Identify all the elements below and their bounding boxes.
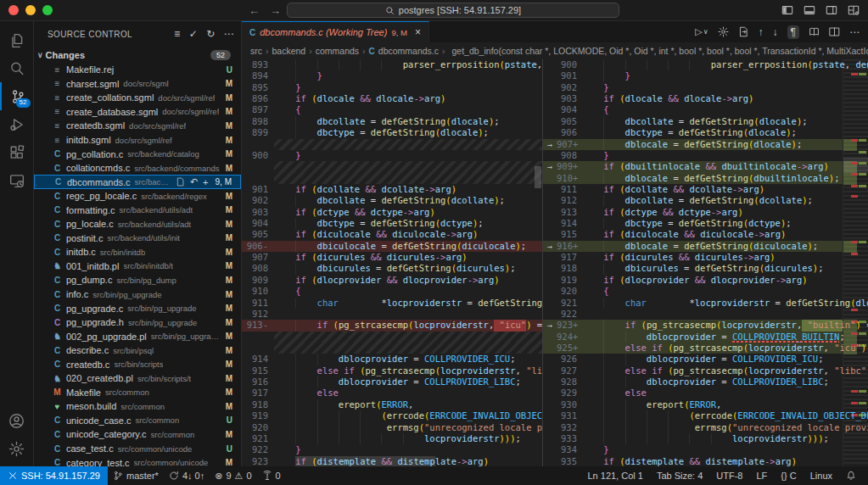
breadcrumb-backend[interactable]: backend: [272, 46, 306, 56]
code-line[interactable]: 919 if (dlocprovider && dlocprovider->ar…: [543, 275, 868, 286]
code-line[interactable]: 908 }: [543, 150, 868, 161]
code-line[interactable]: 930 ereport(ERROR,: [543, 399, 868, 410]
tab-size[interactable]: Tab Size: 4: [652, 466, 708, 485]
code-line[interactable]: 915 else if (pg_strcasecmp(locproviderst…: [242, 365, 542, 376]
code-line[interactable]: 895 }: [242, 82, 542, 93]
code-line[interactable]: 927 else if (pg_strcasecmp(locproviderst…: [543, 365, 868, 376]
code-line[interactable]: →907+ dblocale = defGetString(dlocale);: [543, 139, 868, 150]
eol-indicator[interactable]: LF: [752, 466, 773, 485]
file-row[interactable]: ≡charset.sgmldoc/src/sgmlM: [34, 77, 241, 92]
command-center[interactable]: postgres [SSH: 54.91.157.29]: [287, 3, 619, 18]
code-line[interactable]: 919 (errcode(ERRCODE_INVALID_OBJECT_DEFI…: [242, 410, 542, 421]
code-line[interactable]: 921 locproviderstr)));: [242, 433, 542, 444]
file-row[interactable]: ≡Makefile.rejU: [34, 63, 241, 77]
revert-change-arrow-icon[interactable]: →: [543, 139, 557, 150]
close-window-button[interactable]: [8, 5, 19, 15]
code-line[interactable]: 894 }: [242, 70, 542, 81]
diff-original-pane[interactable]: 893 parser_errposition(pstate, dencod894…: [242, 59, 543, 466]
code-line[interactable]: 903 if (dlocale && dlocale->arg): [543, 93, 868, 104]
code-line[interactable]: 932 errmsg("unrecognized locale provider…: [543, 422, 868, 433]
code-line[interactable]: 903 if (dctype && dctype->arg): [242, 207, 542, 218]
activity-explorer[interactable]: [0, 26, 34, 54]
file-row[interactable]: Cpg_upgrade.csrc/bin/pg_upgradeM: [34, 301, 241, 315]
branch-indicator[interactable]: master*: [108, 466, 164, 485]
os-indicator[interactable]: Linux: [805, 466, 837, 485]
sync-indicator[interactable]: 4↓ 0↑: [164, 466, 210, 485]
file-row[interactable]: MMakefilesrc/commonM: [34, 386, 241, 400]
toggle-secondary-sidebar-icon[interactable]: [826, 4, 837, 16]
file-row[interactable]: Cinitdb.csrc/bin/initdbM: [34, 245, 241, 259]
revert-change-arrow-icon[interactable]: →: [543, 241, 557, 252]
remote-indicator[interactable]: SSH: 54.91.157.29: [0, 466, 108, 485]
file-row[interactable]: Cpg_collation.csrc/backend/catalogM: [34, 147, 241, 161]
toggle-panel-icon[interactable]: [804, 4, 815, 16]
activity-run-debug[interactable]: [0, 110, 34, 138]
code-line[interactable]: 926 dblocprovider = COLLPROVIDER_ICU;: [543, 354, 868, 365]
minimap[interactable]: [843, 59, 868, 466]
code-line[interactable]: 918 dbicurules = defGetString(dicurules)…: [543, 263, 868, 274]
notifications-bell[interactable]: [841, 466, 861, 485]
discard-changes-icon[interactable]: ↶: [190, 176, 198, 187]
changes-section-header[interactable]: ∨ Changes 52: [34, 47, 241, 63]
ports-indicator[interactable]: 0: [257, 466, 286, 485]
code-line[interactable]: 917 if (dicurules && dicurules->arg): [543, 252, 868, 263]
code-line[interactable]: 902 }: [543, 82, 868, 93]
code-line[interactable]: 898 dbcollate = defGetString(dlocale);: [242, 116, 542, 127]
file-row[interactable]: ♞001_initdb.plsrc/bin/initdb/tM: [34, 259, 241, 274]
code-line[interactable]: 896 if (dlocale && dlocale->arg): [242, 93, 542, 104]
code-line[interactable]: 906 dbctype = defGetString(dlocale);: [543, 127, 868, 138]
toggle-sidebar-icon[interactable]: [781, 4, 793, 16]
code-line[interactable]: 923 if (distemplate && distemplate->arg): [242, 456, 542, 466]
activity-remote-explorer[interactable]: [0, 166, 34, 194]
refresh-icon[interactable]: ↻: [206, 28, 215, 40]
code-line[interactable]: 934 }: [543, 444, 868, 455]
next-change-button[interactable]: ↓: [773, 26, 778, 38]
code-line[interactable]: 902 dbcollate = defGetString(dcollate);: [242, 195, 542, 206]
code-line[interactable]: 899 dbctype = defGetString(dlocale);: [242, 127, 542, 138]
language-mode[interactable]: {} C: [776, 466, 801, 485]
close-icon[interactable]: ×: [415, 26, 421, 38]
code-line[interactable]: 916 dblocprovider = COLLPROVIDER_LIBC;: [242, 376, 542, 387]
file-row[interactable]: Ccategory_test.csrc/common/unicodeM: [34, 455, 241, 466]
code-line[interactable]: 897 {: [242, 104, 542, 115]
view-as-list-icon[interactable]: ≡: [174, 28, 180, 40]
code-line[interactable]: 901 if (dcollate && dcollate->arg): [242, 184, 542, 195]
code-line[interactable]: 909 if (dlocprovider && dlocprovider->ar…: [242, 275, 542, 286]
open-preview-button[interactable]: [809, 26, 820, 37]
revert-change-arrow-icon[interactable]: →: [543, 320, 557, 331]
history-back-button[interactable]: ←: [249, 4, 260, 17]
breadcrumb-commands[interactable]: commands: [316, 46, 359, 56]
file-row[interactable]: Ccollationcmds.csrc/backend/commandsM: [34, 161, 241, 176]
code-line[interactable]: 908 dbicurules = defGetString(dicurules)…: [242, 263, 542, 274]
code-line[interactable]: 924+ dblocprovider = COLLPROVIDER_BUILTI…: [543, 332, 868, 343]
file-row[interactable]: ≡createdb.sgmldoc/src/sgml/refM: [34, 119, 241, 133]
code-line[interactable]: 910+ dblocale = defGetString(dbuiltinloc…: [543, 173, 868, 184]
code-line[interactable]: 904 dbctype = defGetString(dctype);: [242, 218, 542, 229]
more-actions-icon[interactable]: ⋯: [224, 28, 234, 40]
code-line[interactable]: 915 if (diculocale && diculocale->arg): [543, 229, 868, 240]
cursor-position[interactable]: Ln 121, Col 1: [582, 466, 647, 485]
code-line[interactable]: →916+ dblocale = defGetString(diculocale…: [543, 241, 868, 252]
code-line[interactable]: 922 }: [242, 444, 542, 455]
open-changes-button[interactable]: [738, 26, 749, 37]
code-line[interactable]: 905 dbcollate = defGetString(dlocale);: [543, 116, 868, 127]
code-line[interactable]: 918 ereport(ERROR,: [242, 399, 542, 410]
code-line[interactable]: 922: [543, 309, 868, 320]
code-line[interactable]: →923+ if (pg_strcasecmp(locproviderstr, …: [543, 320, 868, 331]
code-line[interactable]: 925+ else if (pg_strcasecmp(locproviders…: [543, 343, 868, 354]
code-line[interactable]: 900 parser_errposition(pstate, dencod: [543, 59, 868, 70]
file-row[interactable]: ≡initdb.sgmldoc/src/sgml/refM: [34, 133, 241, 148]
code-line[interactable]: 910 {: [242, 286, 542, 297]
diff-modified-pane[interactable]: 900 parser_errposition(pstate, dencod901…: [543, 59, 868, 466]
code-line[interactable]: 935 if (distemplate && distemplate->arg): [543, 456, 868, 466]
code-line[interactable]: 901 }: [543, 70, 868, 81]
file-row[interactable]: ♥meson.buildsrc/commonM: [34, 399, 241, 414]
history-forward-button[interactable]: →: [270, 4, 281, 17]
split-editor-button[interactable]: [829, 26, 840, 37]
file-row[interactable]: Cpostinit.csrc/backend/utils/initM: [34, 231, 241, 246]
code-line[interactable]: 905 if (diculocale && diculocale->arg): [242, 229, 542, 240]
file-row[interactable]: ♞020_createdb.plsrc/bin/scripts/tM: [34, 371, 241, 386]
activity-account[interactable]: [0, 407, 34, 435]
file-row[interactable]: Cunicode_case.csrc/commonU: [34, 414, 241, 428]
encoding[interactable]: UTF-8: [711, 466, 748, 485]
